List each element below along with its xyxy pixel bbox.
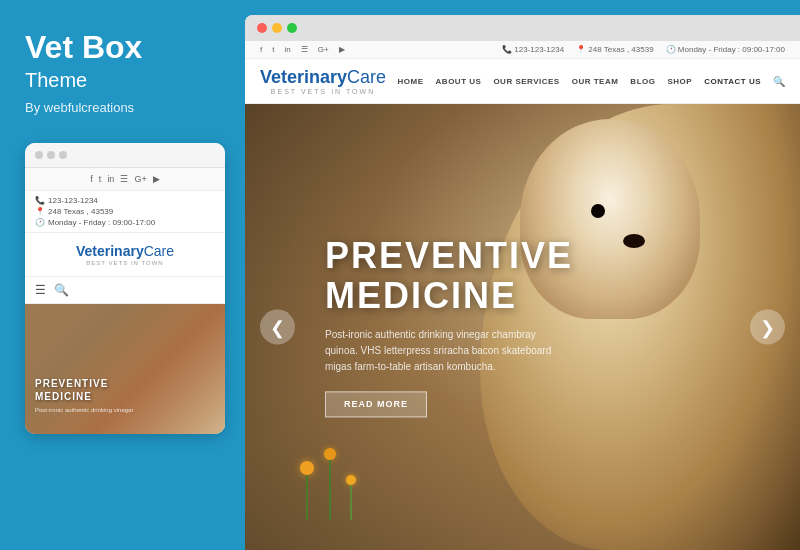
hero-desc: Post-ironic authentic drinking vinegar c… — [325, 328, 565, 376]
hero-title: PREVENTIVE MEDICINE — [325, 236, 573, 315]
flowers-group — [300, 448, 356, 520]
left-panel: Vet Box Theme By webfulcreations f t in … — [0, 0, 245, 550]
mobile-mockup: f t in ☰ G+ ▶ 📞 123-123-1234 📍 248 Texas… — [25, 143, 225, 434]
mobile-google-icon: G+ — [134, 174, 146, 184]
desktop-location: 📍 248 Texas , 43539 — [576, 45, 653, 54]
dog-nose — [623, 234, 645, 248]
desktop-title-bar — [245, 15, 800, 41]
nav-services[interactable]: OUR SERVICES — [493, 77, 559, 86]
right-panel: f t in ☰ G+ ▶ 📞 123-123-1234 📍 248 Texas… — [245, 15, 800, 550]
brand-title: Vet Box — [25, 30, 220, 65]
window-maximize-dot — [287, 23, 297, 33]
mobile-hero-content: PREVENTIVE MEDICINE Post-ironic authenti… — [35, 377, 215, 414]
desktop-hours: 🕐 Monday - Friday : 09:00-17:00 — [666, 45, 785, 54]
brand-subtitle: Theme — [25, 69, 220, 92]
nav-about[interactable]: ABOUT US — [436, 77, 482, 86]
location-icon: 📍 — [35, 207, 45, 216]
nav-blog[interactable]: BLOG — [630, 77, 655, 86]
desktop-top-strip: f t in ☰ G+ ▶ 📞 123-123-1234 📍 248 Texas… — [245, 41, 800, 59]
flower-3 — [346, 475, 356, 520]
hero-prev-button[interactable]: ❮ — [260, 310, 295, 345]
flower-head-1 — [300, 461, 314, 475]
mobile-linkedin-icon: in — [107, 174, 114, 184]
nav-shop[interactable]: SHOP — [667, 77, 692, 86]
desktop-linkedin-icon: in — [284, 45, 290, 54]
flower-1 — [300, 461, 314, 520]
mobile-title-bar — [25, 143, 225, 168]
mobile-dot-1 — [35, 151, 43, 159]
nav-home[interactable]: HOME — [398, 77, 424, 86]
mobile-hours: 🕐 Monday - Friday : 09:00-17:00 — [35, 218, 215, 227]
window-close-dot — [257, 23, 267, 33]
mobile-dot-2 — [47, 151, 55, 159]
mobile-social-bar: f t in ☰ G+ ▶ — [25, 168, 225, 191]
mobile-youtube-icon: ▶ — [153, 174, 160, 184]
desktop-hero: PREVENTIVE MEDICINE Post-ironic authenti… — [245, 104, 800, 550]
flower-2 — [324, 448, 336, 520]
desktop-logo: VeterinaryCare BEST VETS IN TOWN — [260, 67, 386, 95]
desktop-facebook-icon: f — [260, 45, 262, 54]
flower-stem-3 — [350, 485, 352, 520]
mobile-nav-bar: ☰ 🔍 — [25, 277, 225, 304]
desktop-logo-sub: BEST VETS IN TOWN — [260, 88, 386, 95]
mobile-hero: PREVENTIVE MEDICINE Post-ironic authenti… — [25, 304, 225, 434]
mobile-menu-icon[interactable]: ☰ — [35, 283, 46, 297]
mobile-twitter-icon: t — [99, 174, 102, 184]
clock-icon: 🕐 — [35, 218, 45, 227]
hero-next-button[interactable]: ❯ — [750, 310, 785, 345]
mobile-info-bar: 📞 123-123-1234 📍 248 Texas , 43539 🕐 Mon… — [25, 191, 225, 233]
mobile-phone: 📞 123-123-1234 — [35, 196, 215, 205]
hero-read-more-button[interactable]: READ MORE — [325, 392, 427, 418]
nav-contact[interactable]: CONTACT US — [704, 77, 761, 86]
phone-icon: 📞 — [35, 196, 45, 205]
mobile-logo-sub: BEST VETS IN TOWN — [76, 260, 174, 266]
desktop-browser: f t in ☰ G+ ▶ 📞 123-123-1234 📍 248 Texas… — [245, 41, 800, 550]
brand-section: Vet Box Theme By webfulcreations — [25, 30, 220, 115]
dog-eye — [591, 204, 605, 218]
desktop-header: VeterinaryCare BEST VETS IN TOWN HOME AB… — [245, 59, 800, 104]
brand-author: By webfulcreations — [25, 100, 220, 115]
window-minimize-dot — [272, 23, 282, 33]
mobile-search-icon[interactable]: 🔍 — [54, 283, 69, 297]
desktop-nav: HOME ABOUT US OUR SERVICES OUR TEAM BLOG… — [398, 76, 785, 87]
desktop-google-icon: G+ — [318, 45, 329, 54]
desktop-youtube-icon: ▶ — [339, 45, 345, 54]
flower-head-2 — [324, 448, 336, 460]
mobile-facebook-icon: f — [90, 174, 93, 184]
flower-head-3 — [346, 475, 356, 485]
desktop-logo-text: VeterinaryCare — [260, 67, 386, 88]
desktop-instagram-icon: ☰ — [301, 45, 308, 54]
nav-team[interactable]: OUR TEAM — [572, 77, 619, 86]
mobile-instagram-icon: ☰ — [120, 174, 128, 184]
mobile-hero-desc: Post-ironic authentic drinking vinegar — [35, 406, 215, 414]
hero-content: PREVENTIVE MEDICINE Post-ironic authenti… — [325, 236, 573, 417]
mobile-logo-area: VeterinaryCare BEST VETS IN TOWN — [25, 233, 225, 277]
flower-stem-1 — [306, 475, 308, 520]
desktop-twitter-icon: t — [272, 45, 274, 54]
mobile-logo: VeterinaryCare — [76, 243, 174, 259]
mobile-location: 📍 248 Texas , 43539 — [35, 207, 215, 216]
flower-stem-2 — [329, 460, 331, 520]
desktop-contact-bar: 📞 123-123-1234 📍 248 Texas , 43539 🕐 Mon… — [502, 45, 785, 54]
mobile-hero-title: PREVENTIVE MEDICINE — [35, 377, 215, 403]
desktop-phone: 📞 123-123-1234 — [502, 45, 564, 54]
desktop-social-bar: f t in ☰ G+ ▶ — [260, 45, 345, 54]
desktop-search-icon[interactable]: 🔍 — [773, 76, 785, 87]
mobile-dot-3 — [59, 151, 67, 159]
